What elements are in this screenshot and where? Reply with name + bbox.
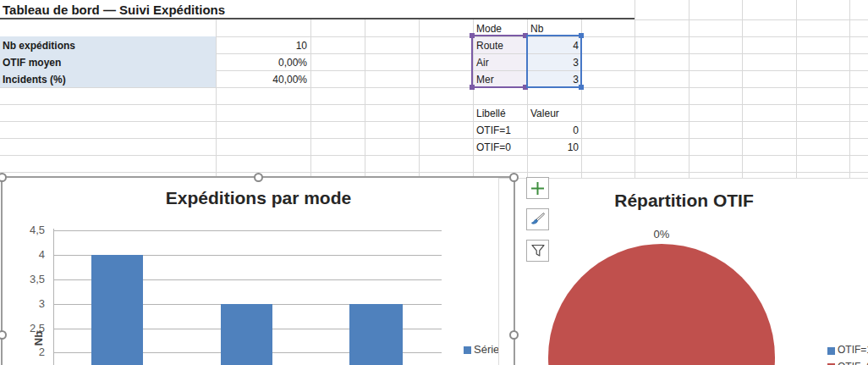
bar-air[interactable]	[221, 304, 272, 365]
y-tick: 2	[3, 346, 45, 359]
nb-header[interactable]: Nb	[530, 22, 543, 36]
kpi-label[interactable]: OTIF moyen	[3, 56, 61, 69]
kpi-label[interactable]: Incidents (%)	[3, 73, 66, 86]
chart-filters-button[interactable]	[526, 240, 549, 262]
selection-handle[interactable]	[579, 85, 584, 90]
chart-elements-button[interactable]	[526, 177, 549, 199]
libelle-cell[interactable]: OTIF=1	[476, 124, 511, 137]
y-tick: 3	[3, 297, 45, 311]
valeur-cell[interactable]: 0	[527, 124, 582, 137]
pie-chart-title[interactable]: Répartition OTIF	[499, 191, 868, 211]
kpi-value[interactable]: 0,00%	[216, 56, 310, 69]
series-legend-marker	[464, 346, 471, 354]
bar-mer[interactable]	[349, 304, 403, 365]
pie-legend-marker-otif1	[827, 347, 835, 355]
selection-handle[interactable]	[470, 85, 475, 90]
title-bottom-border	[0, 18, 635, 19]
pie-slice-otif0[interactable]	[548, 244, 775, 365]
plus-icon	[530, 181, 545, 196]
valeur-header[interactable]: Valeur	[530, 107, 559, 120]
brush-icon	[530, 212, 546, 227]
excel-sheet: Tableau de bord — Suivi Expéditions Nb e…	[0, 0, 868, 365]
pie-legend-label-otif0[interactable]: OTIF=0	[838, 361, 868, 365]
chart-styles-button[interactable]	[526, 208, 549, 230]
kpi-value[interactable]: 10	[216, 39, 310, 53]
pie-data-label[interactable]: 0%	[645, 228, 678, 241]
mode-header[interactable]: Mode	[476, 22, 502, 36]
chart-resize-handle[interactable]	[509, 173, 519, 182]
libelle-header[interactable]: Libellé	[476, 107, 506, 120]
chart-resize-handle[interactable]	[254, 173, 263, 182]
y-axis-title[interactable]: Nb	[32, 331, 45, 346]
selection-handle[interactable]	[579, 33, 584, 38]
y-tick: 4,5	[3, 224, 45, 237]
libelle-cell[interactable]: OTIF=0	[476, 141, 511, 154]
nb-range-selection[interactable]	[526, 35, 582, 88]
kpi-value[interactable]: 40,00%	[216, 73, 310, 86]
kpi-label[interactable]: Nb expéditions	[3, 39, 75, 53]
selection-handle[interactable]	[470, 33, 475, 38]
bar-route[interactable]	[91, 255, 143, 365]
chart-resize-handle[interactable]	[509, 330, 519, 340]
pie-legend-label-otif1[interactable]: OTIF=1	[838, 344, 868, 356]
pie-chart[interactable]: Répartition OTIF 0% OTIF=1 OTIF=0	[498, 178, 868, 365]
mode-range-selection[interactable]	[471, 35, 528, 88]
page-title: Tableau de bord — Suivi Expéditions	[3, 3, 225, 18]
y-tick: 3,5	[3, 273, 45, 286]
valeur-cell[interactable]: 10	[527, 141, 582, 154]
funnel-icon	[530, 243, 546, 258]
bar-chart[interactable]: Expéditions par mode 4,5 4 3,5 3 2,5 2 N…	[3, 178, 514, 365]
y-tick: 4	[3, 248, 45, 262]
